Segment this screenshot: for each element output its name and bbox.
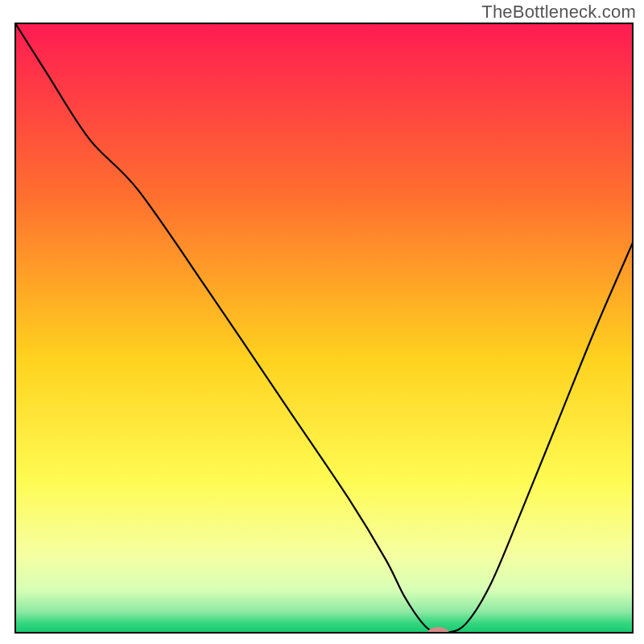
watermark-text: TheBottleneck.com bbox=[481, 2, 636, 23]
chart-stage: TheBottleneck.com bbox=[0, 0, 644, 644]
gradient-fill bbox=[15, 23, 633, 633]
bottleneck-chart bbox=[0, 0, 644, 644]
